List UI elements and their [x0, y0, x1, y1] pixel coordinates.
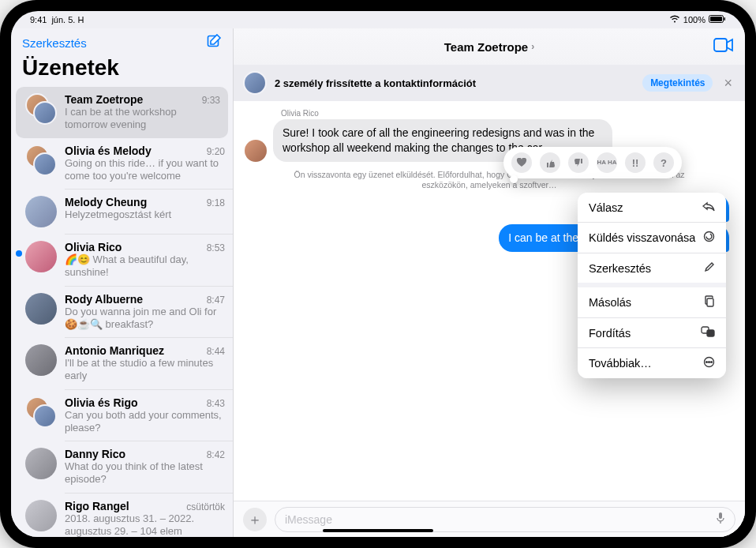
wifi-icon	[669, 15, 680, 24]
conversation-time: 8:44	[207, 346, 225, 357]
undo-icon	[703, 231, 715, 245]
conversation-preview: 🌈😊 What a beautiful day, sunshine!	[65, 253, 225, 280]
conversation-time: 9:33	[202, 95, 220, 106]
avatar	[25, 196, 57, 227]
banner-text: 2 személy frissítette a kontaktinformáci…	[275, 77, 634, 89]
conversation-item[interactable]: Danny Rico 8:42 What do you think of the…	[11, 441, 233, 493]
tapback-bar: HA HA !! ?	[503, 147, 682, 178]
battery-icon	[709, 15, 726, 24]
dictation-icon[interactable]	[716, 512, 725, 527]
svg-rect-13	[719, 512, 722, 519]
conversation-list[interactable]: Team Zoetrope 9:33 I can be at the works…	[11, 87, 233, 537]
context-menu: Válasz Küldés visszavonása Szerkesztés	[578, 193, 726, 378]
pencil-icon	[704, 261, 715, 275]
plus-button[interactable]: ＋	[243, 508, 267, 531]
svg-point-11	[709, 362, 710, 363]
contact-update-banner: 2 személy frissítette a kontaktinformáci…	[234, 65, 745, 101]
conversation-title: Team Zoetrope	[444, 40, 528, 54]
conversation-item[interactable]: Rody Albuerne 8:47 Do you wanna join me …	[11, 287, 233, 338]
conversation-name: Danny Rico	[65, 448, 125, 460]
sidebar: Szerkesztés Üzenetek Team Zoetrope 9:33 …	[11, 28, 234, 537]
tapback-question[interactable]: ?	[653, 152, 674, 173]
messages-area[interactable]: Olivia Rico Sure! I took care of all the…	[234, 101, 745, 501]
avatar	[25, 500, 57, 531]
home-indicator[interactable]	[323, 529, 433, 532]
avatar	[25, 293, 57, 325]
compose-button[interactable]	[206, 33, 222, 52]
conversation-time: 8:43	[207, 398, 225, 409]
facetime-button[interactable]	[713, 38, 734, 55]
conversation-time: 9:20	[207, 146, 225, 157]
avatar	[25, 145, 57, 176]
message-input[interactable]: iMessage	[275, 507, 735, 532]
edit-button[interactable]: Szerkesztés	[22, 36, 87, 50]
svg-point-10	[706, 362, 708, 363]
sender-label: Olivia Rico	[281, 109, 734, 118]
conversation-time: 8:42	[207, 449, 225, 460]
banner-close-button[interactable]: ×	[720, 75, 735, 92]
tapback-emphasis[interactable]: !!	[625, 152, 646, 173]
sidebar-title: Üzenetek	[11, 54, 233, 87]
conversation-pane: Team Zoetrope › 2 személy frissítette a …	[234, 28, 745, 537]
svg-rect-4	[714, 39, 727, 51]
conversation-item[interactable]: Melody Cheung 9:18 Helyzetmegosztást kér…	[11, 190, 233, 234]
ctx-edit[interactable]: Szerkesztés	[578, 253, 726, 283]
conversation-name: Rigo Rangel	[65, 500, 129, 512]
ctx-undo-send[interactable]: Küldés visszavonása	[578, 223, 726, 253]
conversation-preview: What do you think of the latest episode?	[65, 460, 225, 486]
conversation-time: 9:18	[207, 197, 225, 208]
avatar	[245, 140, 267, 162]
conversation-time: csütörtök	[186, 501, 225, 512]
chevron-right-icon: ›	[531, 41, 534, 52]
screen: 9:41 jún. 5. H 100% Szerkesztés Üzenetek	[11, 11, 745, 537]
conversation-item[interactable]: Olivia és Rigo 8:43 Can you both add you…	[11, 390, 233, 441]
ctx-reply[interactable]: Válasz	[578, 193, 726, 222]
conversation-item[interactable]: Antonio Manriquez 8:44 I'll be at the st…	[11, 338, 233, 389]
conversation-preview: Do you wanna join me and Oli for 🍪☕🔍 bre…	[65, 306, 225, 332]
avatar	[243, 71, 267, 95]
svg-rect-8	[707, 330, 714, 336]
conversation-name: Olivia Rico	[65, 241, 122, 253]
conversation-header[interactable]: Team Zoetrope ›	[234, 28, 745, 65]
message-placeholder: iMessage	[285, 513, 332, 526]
unread-indicator	[16, 250, 22, 257]
conversation-name: Melody Cheung	[65, 196, 147, 208]
conversation-item[interactable]: Rigo Rangel csütörtök 2018. augusztus 31…	[11, 494, 233, 538]
ctx-translate[interactable]: Fordítás	[578, 318, 726, 347]
svg-rect-1	[710, 17, 722, 21]
conversation-name: Antonio Manriquez	[65, 344, 164, 357]
conversation-time: 8:53	[207, 242, 225, 253]
conversation-preview: Helyzetmegosztást kért	[65, 208, 225, 221]
conversation-item[interactable]: Olivia és Melody 9:20 Going on this ride…	[11, 138, 233, 190]
reply-icon	[702, 201, 715, 214]
conversation-name: Olivia és Melody	[65, 145, 152, 157]
copy-icon	[704, 295, 715, 310]
conversation-preview: I can be at the workshop tomorrow evenin…	[65, 106, 220, 132]
conversation-name: Rody Albuerne	[65, 293, 143, 306]
tapback-thumbs-up[interactable]	[540, 152, 560, 173]
ellipsis-icon	[703, 356, 715, 370]
svg-rect-2	[724, 17, 726, 21]
avatar	[25, 448, 57, 479]
compose-bar: ＋ iMessage	[234, 501, 745, 537]
ipad-frame: 9:41 jún. 5. H 100% Szerkesztés Üzenetek	[0, 0, 756, 548]
tapback-haha[interactable]: HA HA	[597, 152, 617, 173]
status-time: 9:41	[30, 15, 47, 24]
svg-rect-6	[707, 298, 713, 306]
avatar	[25, 344, 57, 376]
ctx-more[interactable]: Továbbiak…	[578, 348, 726, 378]
ctx-copy[interactable]: Másolás	[578, 287, 726, 317]
conversation-item[interactable]: Olivia Rico 8:53 🌈😊 What a beautiful day…	[11, 235, 233, 286]
conversation-preview: Can you both add your comments, please?	[65, 409, 225, 435]
conversation-name: Olivia és Rigo	[65, 396, 138, 409]
conversation-preview: I'll be at the studio a few minutes earl…	[65, 357, 225, 383]
conversation-name: Team Zoetrope	[65, 93, 143, 106]
conversation-item[interactable]: Team Zoetrope 9:33 I can be at the works…	[16, 87, 228, 138]
conversation-preview: 2018. augusztus 31. – 2022. augusztus 29…	[65, 512, 225, 538]
tapback-thumbs-down[interactable]	[568, 152, 589, 173]
banner-view-button[interactable]: Megtekintés	[642, 74, 713, 92]
battery-percent: 100%	[683, 15, 705, 24]
translate-icon	[701, 326, 715, 340]
status-bar: 9:41 jún. 5. H 100%	[11, 11, 745, 28]
tapback-heart[interactable]	[511, 152, 532, 173]
